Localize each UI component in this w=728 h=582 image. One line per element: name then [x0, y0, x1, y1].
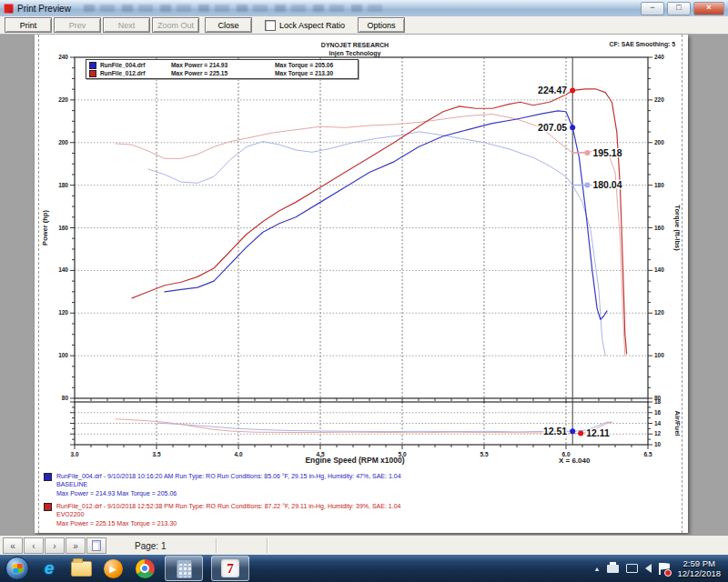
action-center-icon[interactable]	[659, 563, 670, 575]
statusbar-divider	[216, 538, 217, 553]
svg-text:207.05: 207.05	[538, 122, 567, 133]
svg-text:X = 6.040: X = 6.040	[559, 457, 591, 465]
legend-swatch-red	[89, 70, 96, 77]
prev-button: Prev	[54, 17, 101, 33]
svg-text:195.18: 195.18	[592, 147, 622, 158]
statusbar-divider	[267, 538, 268, 553]
run-details-evo2200: RunFile_012.drf - 9/10/2018 12:52:38 PM …	[44, 502, 400, 527]
svg-text:10: 10	[654, 441, 662, 447]
svg-text:6.5: 6.5	[643, 451, 652, 457]
legend-max-power: Max Power = 225.15	[171, 70, 271, 76]
legend-row-evo2200: RunFile_012.drf Max Power = 225.15 Max T…	[89, 69, 355, 77]
start-button[interactable]	[5, 557, 29, 580]
legend-file: RunFile_012.drf	[100, 70, 167, 76]
close-button[interactable]: ×	[693, 2, 724, 15]
svg-text:240: 240	[654, 54, 664, 60]
svg-text:160: 160	[58, 225, 68, 231]
svg-text:100: 100	[654, 352, 664, 358]
page-number-label: Page: 1	[135, 541, 166, 551]
printer-icon[interactable]	[607, 565, 619, 573]
svg-text:12.51: 12.51	[543, 426, 567, 436]
taskbar-item-calculator-active[interactable]	[165, 556, 203, 581]
print-button[interactable]: Print	[5, 17, 52, 33]
taskbar-item-winpep7-active[interactable]: 7	[211, 556, 249, 581]
svg-text:100: 100	[58, 352, 68, 358]
page-navigation-bar: « ‹ › » Page: 1	[0, 535, 728, 556]
run-line1: RunFile_004.drf - 9/10/2018 10:16:20 AM …	[56, 472, 401, 480]
svg-text:220: 220	[654, 96, 664, 103]
run-details-baseline: RunFile_004.drf - 9/10/2018 10:16:20 AM …	[44, 472, 401, 497]
media-player-icon: ▶	[104, 559, 123, 578]
svg-text:240: 240	[58, 54, 68, 60]
clock-date: 12/12/2018	[677, 568, 721, 578]
page-setup-button[interactable]	[86, 537, 106, 554]
taskbar-item-chrome[interactable]	[133, 557, 157, 580]
svg-text:120: 120	[58, 309, 68, 316]
svg-text:120: 120	[654, 309, 664, 316]
legend-max-power: Max Power = 214.93	[171, 62, 271, 68]
svg-text:Torque (ft-lbs): Torque (ft-lbs)	[673, 205, 682, 251]
legend-swatch-blue	[89, 62, 96, 69]
windows-flag-icon	[12, 563, 23, 573]
run-swatch-blue	[44, 473, 52, 481]
svg-text:18: 18	[654, 398, 662, 405]
svg-text:80: 80	[62, 395, 69, 401]
desktop-screen: Print Preview − □ × Print Prev Next Zoom…	[0, 0, 728, 582]
close-preview-button[interactable]: Close	[205, 17, 252, 33]
minimize-button[interactable]: −	[641, 2, 664, 15]
taskbar-item-internet-explorer[interactable]: e	[37, 557, 61, 580]
svg-text:Power (hp): Power (hp)	[41, 210, 49, 246]
restore-button[interactable]: □	[667, 2, 691, 15]
svg-text:140: 140	[654, 266, 664, 273]
svg-text:200: 200	[654, 139, 664, 146]
taskbar-item-explorer[interactable]	[69, 557, 93, 580]
internet-explorer-icon: e	[45, 558, 55, 578]
svg-text:12.11: 12.11	[586, 427, 610, 438]
report-page: DYNOJET RESEARCH Injen Technology CF: SA…	[35, 35, 688, 533]
svg-text:3.0: 3.0	[70, 451, 78, 457]
dyno-chart: 8080100100120120140140160160180180200200…	[35, 35, 688, 533]
preview-area: DYNOJET RESEARCH Injen Technology CF: SA…	[0, 35, 728, 535]
next-page-button[interactable]: ›	[45, 537, 65, 554]
window-controls: − □ ×	[641, 2, 724, 15]
legend-max-torque: Max Torque = 213.30	[275, 70, 333, 76]
prev-page-button[interactable]: ‹	[24, 537, 44, 554]
tray-expand-icon[interactable]: ▲	[594, 566, 601, 572]
svg-text:12: 12	[654, 430, 662, 436]
taskbar-clock[interactable]: 2:59 PM 12/12/2018	[677, 558, 721, 578]
svg-text:14: 14	[654, 420, 662, 426]
run-line3: Max Power = 225.15 Max Torque = 213.30	[56, 519, 400, 527]
clock-time: 2:59 PM	[677, 558, 721, 568]
run-line2: EVO2200	[56, 510, 400, 518]
next-button: Next	[103, 17, 150, 33]
chrome-icon	[136, 559, 155, 578]
options-button[interactable]: Options	[358, 17, 405, 33]
titlebar-faded-text	[84, 5, 384, 12]
run-swatch-red	[44, 503, 52, 511]
first-page-button[interactable]: «	[3, 537, 23, 554]
run-line2: BASELINE	[56, 480, 401, 488]
legend-row-baseline: RunFile_004.drf Max Power = 214.93 Max T…	[89, 61, 355, 69]
svg-text:200: 200	[58, 139, 68, 146]
folder-icon	[71, 561, 92, 577]
taskbar: e ▶ 7 ▲ 2:59 PM 12/12/2018	[0, 555, 728, 582]
run-line3: Max Power = 214.93 Max Torque = 205.06	[56, 489, 401, 497]
lock-aspect-checkbox[interactable]	[265, 20, 276, 31]
volume-icon[interactable]	[645, 564, 652, 573]
legend-file: RunFile_004.drf	[100, 62, 167, 68]
titlebar: Print Preview − □ ×	[0, 0, 728, 17]
svg-text:Air/Fuel: Air/Fuel	[673, 411, 682, 436]
lock-aspect-label: Lock Aspect Ratio	[279, 21, 345, 30]
svg-text:180: 180	[58, 182, 68, 188]
app-icon	[4, 4, 14, 14]
alert-badge	[664, 569, 672, 577]
chart-legend: RunFile_004.drf Max Power = 214.93 Max T…	[86, 59, 359, 79]
svg-text:220: 220	[58, 96, 68, 103]
print-preview-toolbar: Print Prev Next Zoom Out Close Lock Aspe…	[0, 16, 728, 35]
network-icon[interactable]	[626, 564, 638, 573]
svg-text:140: 140	[58, 266, 68, 273]
taskbar-item-media-player[interactable]: ▶	[101, 557, 125, 580]
last-page-button[interactable]: »	[66, 537, 86, 554]
run-line1: RunFile_012.drf - 9/10/2018 12:52:38 PM …	[56, 502, 400, 510]
svg-text:180: 180	[654, 182, 664, 188]
